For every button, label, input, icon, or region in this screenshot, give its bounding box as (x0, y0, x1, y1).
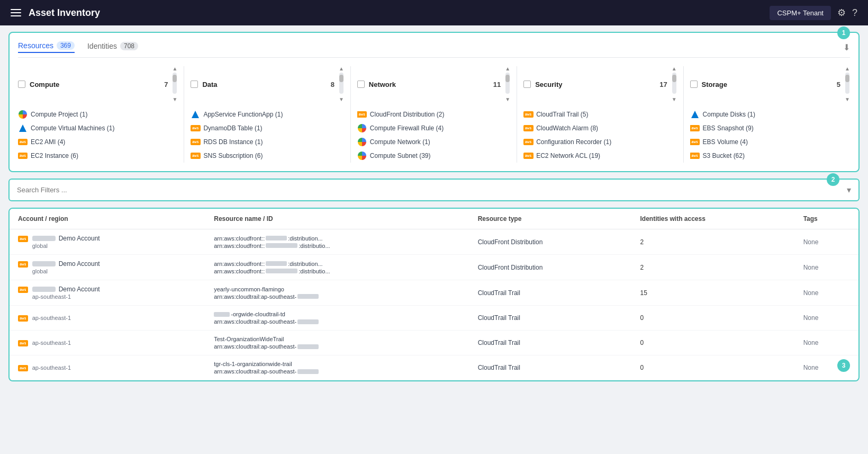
storage-scroll-up[interactable]: ▲ (845, 66, 850, 72)
list-item[interactable]: aws EBS Volume (4) (690, 135, 850, 149)
category-security: Security 17 ▲ ▼ aws CloudTrail Trail (5)… (517, 66, 683, 163)
aws-icon: aws (523, 151, 533, 161)
list-item[interactable]: Compute Firewall Rule (4) (357, 121, 510, 135)
data-count: 8 (331, 81, 334, 88)
resource-type: CloudTrail Trail (469, 355, 632, 380)
item-label: RDS DB Instance (1) (203, 138, 263, 146)
help-icon[interactable]: ? (852, 7, 857, 19)
resource-type: CloudTrail Trail (469, 331, 632, 355)
svg-marker-0 (19, 124, 26, 132)
panel-badge-1: 1 (837, 26, 850, 39)
table-row[interactable]: aws Demo Account global (10, 255, 858, 280)
table-row[interactable]: aws Demo Account global (10, 229, 858, 255)
list-item[interactable]: aws CloudFront Distribution (2) (357, 108, 510, 121)
tab-resources-label: Resources (18, 41, 53, 50)
account-cell: aws Demo Account ap-southeast-1 (18, 286, 197, 300)
table-row[interactable]: aws ap-southeast-1 tgr-cls-1-organizat (10, 355, 858, 380)
list-item[interactable]: aws EC2 AMI (4) (18, 135, 177, 149)
item-label: CloudWatch Alarm (8) (536, 124, 598, 132)
list-item[interactable]: aws CloudTrail Trail (5) (523, 108, 676, 121)
data-checkbox[interactable] (191, 81, 198, 88)
aws-icon: aws (357, 110, 367, 119)
storage-checkbox[interactable] (690, 81, 698, 88)
tab-identities[interactable]: Identities 708 (87, 42, 138, 52)
redacted-bar (32, 287, 56, 292)
list-item[interactable]: Compute Disks (1) (690, 108, 850, 121)
arn-line: arn:aws:cloudfront:::distribution... (214, 261, 460, 267)
category-header-compute: Compute 7 ▲ ▼ (18, 66, 177, 102)
list-item[interactable]: Compute Project (1) (18, 108, 177, 121)
arn-line: yearly-uncommon-flamingo (214, 286, 460, 292)
list-item[interactable]: aws CloudWatch Alarm (8) (523, 121, 676, 135)
storage-items: Compute Disks (1) aws EBS Snapshot (9) a… (690, 108, 850, 163)
redacted-bar (214, 312, 230, 317)
list-item[interactable]: aws DynamoDB Table (1) (191, 121, 343, 135)
expand-icon[interactable]: ▾ (847, 185, 851, 195)
identities-count: 0 (631, 331, 794, 355)
account-name-text: Demo Account (59, 235, 100, 242)
list-item[interactable]: Compute Virtual Machines (1) (18, 121, 177, 135)
arn-line: arn:aws:cloudtrail:ap-southeast- (214, 343, 460, 350)
tags: None (795, 280, 858, 306)
svg-marker-1 (192, 111, 199, 118)
item-label: AppService FunctionApp (1) (203, 111, 283, 118)
storage-scroll-down[interactable]: ▼ (845, 97, 850, 102)
compute-scroll-down[interactable]: ▼ (172, 97, 177, 102)
list-item[interactable]: aws SNS Subscription (6) (191, 149, 343, 163)
list-item[interactable]: aws EBS Snapshot (9) (690, 121, 850, 135)
list-item[interactable]: aws S3 Bucket (62) (690, 149, 850, 163)
security-scroll-up[interactable]: ▲ (672, 66, 677, 72)
account-region: ap-southeast-1 (32, 315, 71, 321)
download-icon[interactable]: ⬇ (843, 42, 850, 52)
gcp-icon (357, 123, 367, 133)
data-scroll-down[interactable]: ▼ (339, 97, 344, 102)
col-resource-name: Resource name / ID (205, 209, 469, 229)
compute-checkbox[interactable] (18, 81, 25, 88)
table-row[interactable]: aws ap-southeast-1 -orgwide-cloudtrail (10, 306, 858, 331)
account-region: ap-southeast-1 (32, 364, 71, 371)
list-item[interactable]: aws EC2 Instance (6) (18, 149, 177, 163)
identities-count: 0 (631, 355, 794, 380)
resource-type: CloudTrail Trail (469, 280, 632, 306)
category-compute: Compute 7 ▲ ▼ Compute Project (1) (18, 66, 184, 163)
network-checkbox[interactable] (357, 81, 365, 88)
network-name: Network (369, 81, 489, 88)
arn-text: Test-OrganizationWideTrail (214, 336, 284, 342)
aws-icon: aws (18, 261, 28, 268)
settings-icon[interactable]: ⚙ (837, 7, 846, 19)
menu-icon[interactable] (11, 6, 23, 19)
tab-resources[interactable]: Resources 369 (18, 41, 75, 53)
arn-line: arn:aws:cloudtrail:ap-southeast- (214, 368, 460, 375)
search-input[interactable] (17, 186, 843, 194)
azure-icon (690, 110, 700, 119)
account-name: Demo Account (32, 260, 100, 268)
network-scroll-down[interactable]: ▼ (505, 97, 510, 102)
table-row[interactable]: aws Demo Account ap-southeast-1 (10, 280, 858, 306)
data-scroll-up[interactable]: ▲ (339, 66, 344, 72)
list-item[interactable]: Compute Network (1) (357, 135, 510, 149)
table-row[interactable]: aws ap-southeast-1 Test-OrganizationWi (10, 331, 858, 355)
list-item[interactable]: aws Configuration Recorder (1) (523, 135, 676, 149)
list-item[interactable]: aws RDS DB Instance (1) (191, 135, 343, 149)
security-name: Security (535, 81, 655, 88)
aws-icon: aws (18, 315, 28, 322)
resource-type: CloudFront Distribution (469, 229, 632, 255)
col-tags: Tags (795, 209, 858, 229)
account-info: ap-southeast-1 (32, 314, 71, 321)
item-label: Compute Firewall Rule (4) (370, 124, 444, 132)
security-checkbox[interactable] (523, 81, 531, 88)
compute-scroll-up[interactable]: ▲ (172, 66, 177, 72)
list-item[interactable]: AppService FunctionApp (1) (191, 108, 343, 121)
account-info: Demo Account global (32, 235, 100, 249)
list-item[interactable]: aws EC2 Network ACL (19) (523, 149, 676, 163)
list-item[interactable]: Compute Subnet (39) (357, 149, 510, 163)
item-label: DynamoDB Table (1) (203, 124, 262, 132)
tab-identities-label: Identities (87, 42, 117, 50)
category-header-data: Data 8 ▲ ▼ (191, 66, 343, 102)
network-scroll-up[interactable]: ▲ (505, 66, 510, 72)
main-content: 1 Resources 369 Identities 708 ⬇ Compute… (0, 25, 868, 454)
security-count: 17 (659, 81, 667, 88)
aws-icon: aws (18, 340, 28, 346)
security-scroll-down[interactable]: ▼ (672, 97, 677, 102)
item-label: Configuration Recorder (1) (536, 138, 611, 146)
